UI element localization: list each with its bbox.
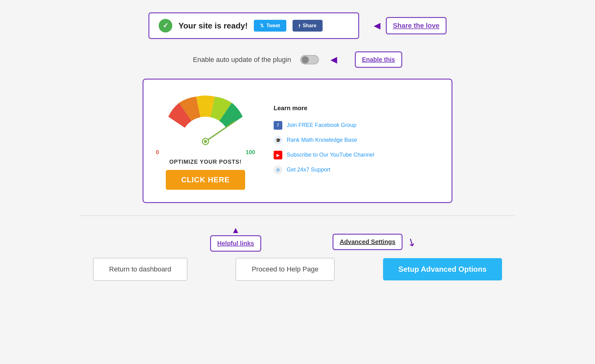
support-link[interactable]: ⚙ Get 24x7 Support <box>274 162 439 177</box>
gauge-label-hundred: 100 <box>246 149 255 156</box>
svg-point-3 <box>204 140 207 143</box>
youtube-text: Subscribe to Our YouTube Channel <box>287 152 374 158</box>
support-icon: ⚙ <box>274 166 282 174</box>
advanced-settings-arrow-icon: ↘ <box>405 234 418 249</box>
setup-advanced-options-button[interactable]: Setup Advanced Options <box>383 258 502 280</box>
bottom-section: ▲ Helpful links Advanced Settings ↘ Retu… <box>81 215 514 281</box>
check-icon <box>159 19 172 32</box>
tweet-button[interactable]: 𝕏 Tweet <box>254 20 286 32</box>
share-love-label: Share the love <box>393 22 439 29</box>
rankmath-icon: 🎓 <box>274 136 282 145</box>
knowledge-base-text: Rank Math Knowledge Base <box>287 137 357 143</box>
return-to-dashboard-button[interactable]: Return to dashboard <box>93 258 187 281</box>
arrow-left-icon: ◄ <box>372 19 383 32</box>
enable-this-annotation: Enable this <box>355 51 402 68</box>
youtube-link[interactable]: ▶ Subscribe to Our YouTube Channel <box>274 148 439 162</box>
site-ready-banner: Your site is ready! 𝕏 Tweet f Share <box>148 12 359 39</box>
gauge-labels: 0 100 <box>156 149 255 156</box>
auto-update-toggle[interactable] <box>300 55 319 64</box>
gauge-svg <box>156 92 255 148</box>
optimize-posts-text: OPTIMIZE YOUR POSTS! <box>169 159 242 165</box>
click-here-button[interactable]: CLICK HERE <box>166 170 245 190</box>
toggle-knob <box>302 56 309 63</box>
gauge-section: 0 100 OPTIMIZE YOUR POSTS! CLICK HERE <box>156 92 255 190</box>
annotations-row: ▲ Helpful links Advanced Settings ↘ <box>81 225 514 252</box>
helpful-links-arrow-icon: ▲ <box>231 225 240 235</box>
site-ready-text: Your site is ready! <box>178 21 248 31</box>
facebook-link-icon: f <box>274 121 282 130</box>
gauge-container <box>156 92 255 148</box>
twitter-icon: 𝕏 <box>260 23 264 28</box>
helpful-links-label: Helpful links <box>217 240 254 247</box>
facebook-icon: f <box>299 23 300 28</box>
auto-update-label: Enable auto update of the plugin <box>193 56 291 64</box>
buttons-row: Return to dashboard Proceed to Help Page… <box>81 258 514 281</box>
enable-this-label: Enable this <box>362 56 395 63</box>
youtube-icon: ▶ <box>274 151 282 159</box>
advanced-settings-label: Advanced Settings <box>340 238 395 245</box>
facebook-group-text: Join FREE Facebook Group <box>287 122 356 128</box>
share-love-annotation: Share the love <box>386 17 447 34</box>
gauge-label-zero: 0 <box>156 149 159 156</box>
helpful-links-annotation: Helpful links <box>210 235 261 252</box>
knowledge-base-link[interactable]: 🎓 Rank Math Knowledge Base <box>274 133 439 148</box>
facebook-share-button[interactable]: f Share <box>293 20 323 32</box>
facebook-group-link[interactable]: f Join FREE Facebook Group <box>274 118 439 133</box>
advanced-settings-annotation: Advanced Settings <box>333 234 403 250</box>
learn-more-title: Learn more <box>274 105 439 112</box>
learn-more-section: Learn more f Join FREE Facebook Group 🎓 … <box>274 105 439 177</box>
support-text: Get 24x7 Support <box>287 167 330 173</box>
main-card: 0 100 OPTIMIZE YOUR POSTS! CLICK HERE Le… <box>143 79 452 203</box>
proceed-to-help-button[interactable]: Proceed to Help Page <box>236 258 334 281</box>
arrow-left-update-icon: ◄ <box>328 53 339 66</box>
